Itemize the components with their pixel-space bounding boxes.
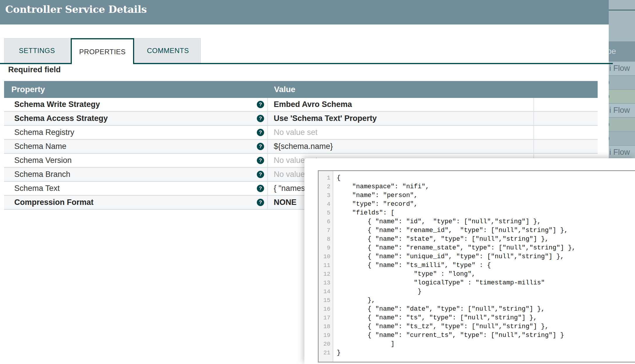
code-line: { "name": "ts_tz", "type": ["null","stri… (337, 322, 635, 331)
code-line: "type": "record", (337, 200, 635, 209)
bg-row-text: o (609, 76, 610, 89)
code-line: } (337, 287, 635, 296)
column-divider (533, 98, 534, 111)
line-number: 13 (319, 279, 333, 287)
code-line: { "name": "current_ts", "type": ["null",… (337, 331, 635, 340)
column-divider (267, 98, 268, 111)
property-name: Schema Version (14, 154, 72, 167)
code-line: { "name": "state", "type": ["null","stri… (337, 235, 635, 244)
code-line: { "name": "rename_state", "type": ["null… (337, 244, 635, 252)
help-icon[interactable]: ? (257, 129, 264, 136)
line-number: 17 (319, 314, 333, 322)
bg-row-text: o (609, 132, 610, 145)
background-table-row: o (609, 131, 635, 145)
tab-label: COMMENTS (147, 47, 189, 55)
line-number: 11 (319, 261, 333, 270)
schema-text-editor[interactable]: 123456789101112131415161718192021 { "nam… (318, 170, 635, 363)
code-line: "type" : "long", (337, 270, 635, 279)
tab[interactable]: COMMENTS (135, 38, 201, 63)
tab-label: PROPERTIES (79, 48, 125, 56)
column-divider (267, 182, 268, 195)
line-number: 18 (319, 322, 333, 331)
help-icon[interactable]: ? (257, 185, 264, 192)
property-value[interactable]: ${schema.name} (274, 140, 333, 153)
help-icon[interactable]: ? (257, 199, 264, 206)
property-name: Schema Write Strategy (14, 98, 100, 111)
bg-row-text: i Flow (609, 104, 630, 117)
background-table-rows: i Flow o o i Flow o o i Flow (609, 61, 635, 158)
bg-row-text: i Flow (609, 146, 630, 158)
help-icon[interactable]: ? (257, 101, 264, 108)
property-value[interactable]: NONE (274, 196, 296, 209)
line-number: 3 (319, 191, 333, 200)
editor-code-area[interactable]: { "namespace": "nifi", "name": "person",… (333, 171, 635, 362)
tab[interactable]: PROPERTIES (71, 38, 134, 64)
property-name: Schema Registry (14, 126, 74, 139)
tab[interactable]: SETTINGS (4, 38, 70, 63)
properties-table-header: Property Value (4, 81, 598, 98)
code-line: { (337, 174, 635, 182)
code-line: "fields": [ (337, 209, 635, 217)
property-name: Schema Branch (14, 168, 70, 181)
background-toolbar-divider (609, 10, 635, 10)
column-divider (267, 126, 268, 139)
line-number: 21 (319, 349, 333, 357)
value-viewer-popup: 123456789101112131415161718192021 { "nam… (304, 158, 635, 364)
tab-label: SETTINGS (19, 47, 55, 55)
background-table-row: i Flow (609, 103, 635, 117)
line-number: 9 (319, 244, 333, 252)
property-name: Compression Format (14, 196, 94, 209)
table-row: Schema Name ? ${schema.name} (4, 140, 598, 154)
code-line: "name": "person", (337, 191, 635, 200)
background-table-row: i Flow (609, 145, 635, 158)
bg-row-text: o (609, 118, 610, 131)
tab-bar: SETTINGS PROPERTIES COMMENTS (0, 38, 613, 64)
property-value[interactable]: No value set (274, 126, 318, 139)
help-icon[interactable]: ? (257, 157, 264, 164)
line-number: 4 (319, 200, 333, 209)
required-field-legend: Required field (8, 65, 61, 74)
background-page-strip: pe i Flow o o i Flow o o i Flow (609, 0, 635, 158)
dialog-header: Controller Service Details (0, 0, 609, 24)
help-icon[interactable]: ? (257, 143, 264, 150)
column-divider (533, 140, 534, 153)
line-number: 12 (319, 270, 333, 279)
help-icon[interactable]: ? (257, 171, 264, 178)
line-number: 20 (319, 340, 333, 349)
column-divider (267, 112, 268, 125)
line-number: 2 (319, 182, 333, 191)
property-column-header: Property (11, 81, 45, 98)
line-number: 15 (319, 296, 333, 305)
column-divider (533, 126, 534, 139)
line-number: 14 (319, 287, 333, 296)
column-divider (533, 112, 534, 125)
line-number: 16 (319, 305, 333, 314)
code-line: }, (337, 296, 635, 305)
line-number: 10 (319, 252, 333, 261)
code-line: "logicalType" : "timestamp-millis" (337, 279, 635, 287)
line-number: 19 (319, 331, 333, 340)
screen: pe i Flow o o i Flow o o i Flow Controll… (0, 0, 635, 364)
table-row: Schema Access Strategy ? Use 'Schema Tex… (4, 112, 598, 126)
line-number: 8 (319, 235, 333, 244)
background-table-row: o (609, 75, 635, 89)
property-name: Schema Text (14, 182, 60, 195)
code-line: { "name": "ts_milli", "type" : { (337, 261, 635, 270)
background-table-row: o (609, 89, 635, 103)
code-line: { "name": "rename_id", "type": ["null","… (337, 226, 635, 235)
table-row: Schema Write Strategy ? Embed Avro Schem… (4, 98, 598, 112)
line-number: 6 (319, 217, 333, 226)
code-line: { "name": "ts", "type": ["null","string"… (337, 314, 635, 322)
code-line: { "name": "id", "type": ["null","string"… (337, 217, 635, 226)
code-line: "namespace": "nifi", (337, 182, 635, 191)
code-line: } (337, 349, 635, 357)
column-divider (267, 168, 268, 181)
value-column-header: Value (274, 81, 295, 98)
help-icon[interactable]: ? (257, 115, 264, 122)
code-line: ] (337, 340, 635, 349)
background-table-row: o (609, 117, 635, 131)
code-line: { "name": "date", "type": ["null","strin… (337, 305, 635, 314)
property-value[interactable]: Use 'Schema Text' Property (274, 112, 377, 125)
property-value[interactable]: Embed Avro Schema (274, 98, 352, 111)
line-number: 7 (319, 226, 333, 235)
